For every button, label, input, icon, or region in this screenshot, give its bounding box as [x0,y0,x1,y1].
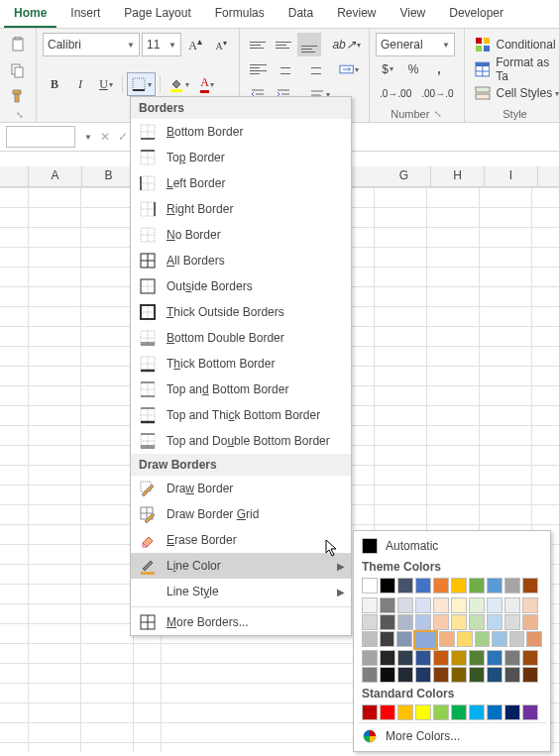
menu-item-bottom[interactable]: Bottom Border [131,119,351,145]
col-header[interactable]: H [431,166,485,186]
color-swatch[interactable] [469,597,485,613]
color-swatch[interactable] [487,614,503,630]
comma-button[interactable]: , [427,57,451,81]
col-header[interactable]: I [485,166,538,186]
color-swatch[interactable] [451,667,467,683]
decrease-font-button[interactable]: A▾ [209,33,233,56]
italic-button[interactable]: I [68,72,92,96]
color-swatch[interactable] [362,578,378,594]
color-swatch[interactable] [504,667,520,683]
align-left-button[interactable] [246,57,271,81]
color-swatch[interactable] [380,578,395,594]
align-middle-button[interactable] [272,33,295,56]
tab-formulas[interactable]: Formulas [205,2,275,28]
color-swatch[interactable] [362,631,378,647]
align-top-button[interactable] [246,33,270,56]
color-swatch[interactable] [487,650,503,666]
dialog-launcher-icon[interactable]: ⤡ [434,109,442,119]
color-swatch[interactable] [451,704,467,720]
tab-page-layout[interactable]: Page Layout [114,2,200,28]
decrease-decimal-button[interactable]: .00→.0 [417,81,457,105]
color-swatch[interactable] [522,704,538,720]
color-swatch[interactable] [504,650,520,666]
align-bottom-button[interactable] [297,33,321,56]
tab-data[interactable]: Data [279,2,323,28]
color-swatch[interactable] [380,650,395,666]
tab-insert[interactable]: Insert [60,2,110,28]
menu-item-bottomdouble[interactable]: Bottom Double Border [131,325,351,351]
color-swatch[interactable] [451,597,467,613]
color-swatch[interactable] [397,704,413,720]
menu-item-drawgrid[interactable]: Draw Border Grid [131,501,351,527]
menu-item-linestyle[interactable]: Line Style▶ [131,579,351,604]
color-swatch[interactable] [451,578,467,594]
color-swatch[interactable] [415,578,431,594]
color-swatch[interactable] [526,631,542,647]
color-swatch[interactable] [509,631,525,647]
increase-decimal-button[interactable]: .0→.00 [376,81,415,105]
color-swatch[interactable] [397,578,413,594]
menu-item-more[interactable]: More Borders... [131,609,351,635]
color-swatch[interactable] [397,650,413,666]
color-swatch[interactable] [415,704,431,720]
color-swatch[interactable] [397,667,413,683]
copy-button[interactable] [6,58,30,82]
color-swatch[interactable] [415,650,431,666]
conditional-formatting-button[interactable]: Conditional [471,33,560,56]
color-swatch[interactable] [487,704,503,720]
color-swatch[interactable] [487,578,503,594]
tab-home[interactable]: Home [4,2,56,28]
tab-view[interactable]: View [390,2,435,28]
select-all-corner[interactable] [0,166,29,186]
font-size-combo[interactable]: 11▼ [142,33,181,56]
color-swatch[interactable] [504,578,520,594]
col-header[interactable]: B [82,166,136,186]
increase-font-button[interactable]: A▴ [183,33,207,56]
col-header[interactable]: A [29,166,82,186]
cancel-icon[interactable]: ✕ [100,130,110,144]
color-swatch[interactable] [433,667,449,683]
color-swatch[interactable] [469,667,485,683]
underline-button[interactable]: U▾ [94,72,118,96]
color-swatch[interactable] [504,704,520,720]
align-right-button[interactable] [300,57,325,81]
format-painter-button[interactable] [6,84,30,108]
menu-item-erase[interactable]: Erase Border [131,527,351,553]
color-swatch[interactable] [433,614,449,630]
font-color-button[interactable]: A▾ [195,72,219,96]
color-swatch[interactable] [380,631,395,647]
color-swatch[interactable] [396,631,412,647]
menu-item-left[interactable]: Left Border [131,170,351,196]
accounting-format-button[interactable]: $▾ [376,57,399,81]
color-swatch[interactable] [380,704,395,720]
color-swatch[interactable] [362,667,378,683]
color-swatch[interactable] [522,578,538,594]
color-swatch[interactable] [451,650,467,666]
color-swatch[interactable] [487,667,503,683]
menu-item-draw[interactable]: Draw Border [131,476,351,501]
color-swatch[interactable] [492,631,507,647]
color-swatch[interactable] [415,614,431,630]
font-name-combo[interactable]: Calibri▼ [43,33,140,56]
format-as-table-button[interactable]: Format as Ta [471,57,560,81]
more-colors-item[interactable]: More Colors... [358,725,546,747]
color-swatch[interactable] [522,667,538,683]
color-swatch[interactable] [433,578,449,594]
color-swatch[interactable] [504,614,520,630]
orientation-button[interactable]: ab↗▾ [330,33,363,56]
col-header[interactable]: G [378,166,431,186]
color-swatch[interactable] [380,667,395,683]
menu-item-top[interactable]: Top Border [131,145,351,170]
fill-color-button[interactable]: ▾ [165,72,193,96]
color-swatch[interactable] [380,597,395,613]
color-swatch[interactable] [522,614,538,630]
automatic-color-item[interactable]: Automatic [358,535,546,557]
color-swatch[interactable] [451,614,467,630]
color-swatch[interactable] [475,631,491,647]
paste-button[interactable] [6,33,30,56]
color-swatch[interactable] [439,631,455,647]
color-swatch[interactable] [380,614,395,630]
tab-review[interactable]: Review [327,2,386,28]
color-swatch[interactable] [504,597,520,613]
name-box[interactable] [6,126,75,148]
